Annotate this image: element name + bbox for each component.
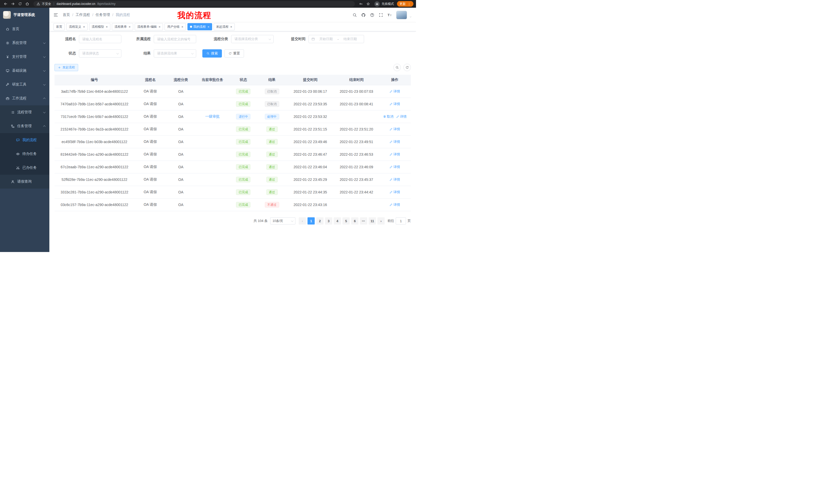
detail-link[interactable]: 详情 [390,202,400,207]
tab-close-icon[interactable]: × [230,25,232,29]
sidebar-item-payment-management[interactable]: 支付管理 [0,50,49,64]
submit-time-range-picker[interactable]: 开始日期 - 结束日期 [309,35,364,43]
tab-my-process[interactable]: 我的流程× [187,23,212,30]
refresh-table-button[interactable] [404,64,411,71]
caret-down-icon[interactable] [409,16,412,18]
cell-submit-time: 2022-01-22 23:46:04 [286,161,334,173]
cell-id: ec45f38f-7b9a-11ec-b03b-acde48001122 [54,136,134,148]
prev-page-button[interactable]: ‹ [299,217,306,225]
goto-page-input[interactable] [396,217,406,225]
cell-category: OA [166,123,196,136]
github-icon [361,13,366,17]
url-host: dashboard.yudao.iocoder.cn [57,2,95,6]
cell-id: 2152467e-7b9b-11ec-9a1b-acde48001122 [54,123,134,136]
result-select[interactable]: 请选择流结果 [154,49,196,58]
cell-operations: 详情 [379,136,411,148]
detail-link[interactable]: 详情 [390,102,400,106]
sidebar-item-home[interactable]: 首页 [0,22,49,36]
toggle-search-button[interactable] [393,64,401,71]
page-button-4[interactable]: 4 [334,217,341,225]
page-size-select[interactable]: 10条/页 [270,217,295,225]
sidebar-item-dev-tools[interactable]: 研发工具 [0,78,49,91]
sidebar-item-my-process[interactable]: 我的流程 [0,133,49,147]
sidebar-item-system-management[interactable]: 系统管理 [0,36,49,50]
password-manager-button[interactable] [358,1,364,7]
cancel-link[interactable]: 取消 [383,114,394,119]
table-row: 7470a810-7b9b-11ec-b5b7-acde48001122OA 请… [54,98,411,110]
tab-close-icon[interactable]: × [83,25,85,29]
cell-process-name: OA 请假 [134,123,166,136]
user-avatar[interactable] [396,11,407,19]
edit-icon [390,165,393,169]
start-process-button[interactable]: 发起流程 [54,64,78,71]
sidebar-item-process-management[interactable]: 流程管理 [0,105,49,119]
category-select[interactable]: 请选择流程分类 [231,35,274,43]
bookmark-button[interactable] [365,1,371,7]
browser-back-button[interactable] [3,1,9,7]
tab-process-model[interactable]: 流程模型× [89,23,110,30]
sidebar-item-workflow[interactable]: 工作流程 [0,91,49,105]
filter-category-label: 流程分类 [202,37,231,41]
cell-id: 7317cec6-7b9b-11ec-b5b7-acde48001122 [54,110,134,123]
address-bar[interactable]: 不安全 dashboard.yudao.iocoder.cn/bpm/task/… [33,1,355,7]
chevron-up-icon [43,97,46,100]
browser-home-button[interactable] [24,1,30,7]
page-button-11[interactable]: 11 [369,217,376,225]
sidebar-item-done-tasks[interactable]: 已办任务 [0,161,49,175]
page-button-6[interactable]: 6 [351,217,358,225]
browser-reload-button[interactable] [17,1,23,7]
tab-close-icon[interactable]: × [159,25,161,29]
detail-link[interactable]: 详情 [390,152,400,157]
detail-link[interactable]: 详情 [390,190,400,194]
tab-start-process[interactable]: 发起流程× [214,23,235,30]
update-button[interactable]: 更新 ⋮ [397,1,413,7]
tab-process-definition[interactable]: 流程定义× [66,23,88,30]
process-name-input[interactable] [79,35,121,43]
tab-close-icon[interactable]: × [106,25,108,29]
page-button-3[interactable]: 3 [325,217,332,225]
cell-status: 已完成 [229,98,257,110]
tab-home[interactable]: 首页 [53,23,65,30]
help-button[interactable] [370,13,374,17]
tab-user-group[interactable]: 用户分组× [164,23,186,30]
detail-link[interactable]: 详情 [390,177,400,182]
tab-close-icon[interactable]: × [207,25,210,29]
detail-link[interactable]: 详情 [390,89,400,94]
next-page-button[interactable]: › [378,217,385,225]
cell-result: 通过 [257,136,286,148]
breadcrumb-item[interactable]: 首页 [63,12,70,17]
breadcrumb-item[interactable]: 工作流程 [76,12,90,17]
page-button-1[interactable]: 1 [308,217,315,225]
page-size-value: 10条/页 [272,219,283,223]
sidebar-collapse-button[interactable] [53,12,58,17]
sidebar-item-task-management[interactable]: 任务管理 [0,119,49,133]
tab-close-icon[interactable]: × [129,25,131,29]
status-select[interactable]: 请选择状态 [79,49,121,58]
search-button[interactable]: 搜索 [202,49,222,58]
github-link[interactable] [361,13,366,17]
page-button-2[interactable]: 2 [316,217,323,225]
sidebar-item-leave-query[interactable]: 请假查询 [0,175,49,189]
pager-more-button[interactable]: ⋯ [360,217,367,225]
detail-link[interactable]: 详情 [390,165,400,169]
detail-link[interactable]: 详情 [396,114,407,119]
tab-process-form-edit[interactable]: 流程表单-编辑× [135,23,163,30]
browser-forward-button[interactable] [10,1,16,7]
process-definition-input[interactable] [154,35,196,43]
goto-suffix: 页 [408,219,411,223]
breadcrumb-item[interactable]: 任务管理 [96,12,110,17]
tab-process-form[interactable]: 流程表单× [112,23,133,30]
header-search-button[interactable] [353,13,357,17]
detail-link[interactable]: 详情 [390,139,400,144]
table-toolbar: 发起流程 [54,64,411,71]
font-size-button[interactable]: TT [387,13,392,17]
task-link[interactable]: 一级审批 [205,114,219,118]
page-button-5[interactable]: 5 [342,217,350,225]
sidebar-item-todo-tasks[interactable]: 待办任务 [0,147,49,161]
tab-close-icon[interactable]: × [181,25,183,29]
menu-dots-icon[interactable]: ⋮ [408,2,411,6]
reset-button[interactable]: 重置 [225,49,244,58]
detail-link[interactable]: 详情 [390,127,400,132]
fullscreen-button[interactable] [379,13,383,17]
sidebar-item-infrastructure[interactable]: 基础设施 [0,64,49,78]
